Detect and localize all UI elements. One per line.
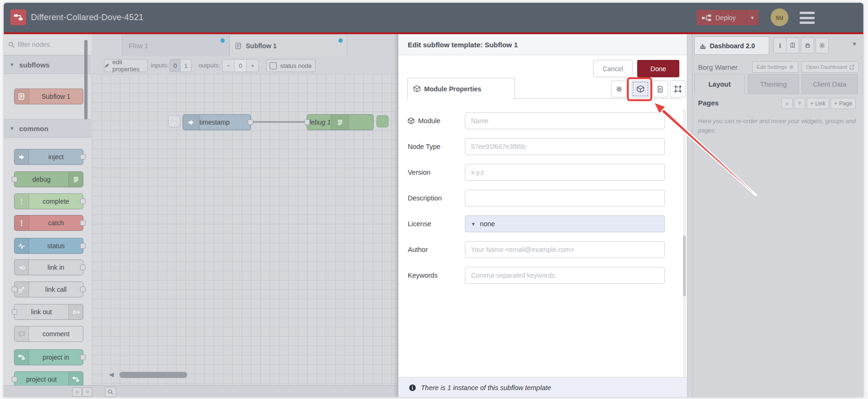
- outputs-plus-button[interactable]: +: [246, 59, 258, 72]
- tab-module-properties[interactable]: Module Properties: [407, 78, 515, 99]
- subflow-input-stub[interactable]: [168, 115, 180, 127]
- module-properties-tab-button[interactable]: [632, 81, 649, 97]
- node-input-port[interactable]: [12, 377, 17, 382]
- palette-node-debug[interactable]: debug: [14, 171, 83, 187]
- edit-properties-button[interactable]: edit properties: [104, 59, 148, 72]
- canvas-node-timestamp[interactable]: timestamp: [183, 114, 251, 130]
- description-tab-button[interactable]: [652, 81, 668, 97]
- node-output-port[interactable]: [80, 355, 86, 360]
- license-label: License: [408, 215, 431, 232]
- palette-filter[interactable]: filter nodes: [4, 34, 91, 55]
- done-button[interactable]: Done: [637, 60, 679, 77]
- edit-settings-button[interactable]: Edit Settings: [752, 61, 799, 73]
- palette-category-common[interactable]: ▼ common: [4, 119, 91, 138]
- outputs-stepper[interactable]: − 0 +: [222, 59, 259, 72]
- sidebar-config-tab-button[interactable]: [816, 37, 829, 53]
- add-link-button[interactable]: + Link: [807, 98, 829, 109]
- catch-icon: [15, 215, 29, 230]
- inputs-option-1[interactable]: 1: [180, 59, 191, 72]
- palette-node-comment[interactable]: comment: [14, 326, 83, 342]
- sidebar-help-tab-button[interactable]: [786, 37, 799, 53]
- node-output-port[interactable]: [248, 119, 253, 125]
- license-select[interactable]: ▼ none: [465, 215, 665, 232]
- node-input-port[interactable]: [12, 177, 17, 182]
- node-output-port[interactable]: [80, 243, 86, 249]
- tab-layout[interactable]: Layout: [694, 74, 745, 94]
- version-input[interactable]: [465, 164, 665, 181]
- add-page-button[interactable]: + Page: [831, 98, 856, 109]
- palette-node-project-in[interactable]: project in: [14, 349, 83, 365]
- palette-collapse-up-button[interactable]: [72, 387, 82, 397]
- author-input[interactable]: [465, 241, 665, 258]
- open-dashboard-button[interactable]: Open Dashboard: [802, 61, 859, 73]
- palette-collapse-down-button[interactable]: [82, 387, 92, 397]
- palette-node-catch[interactable]: catch: [14, 215, 83, 231]
- canvas-horizontal-scrollbar[interactable]: [119, 372, 187, 378]
- keywords-input[interactable]: [465, 267, 665, 284]
- chevron-double-up-icon: [75, 390, 80, 394]
- node-input-port[interactable]: [12, 287, 17, 292]
- move-down-button[interactable]: [794, 98, 805, 109]
- palette-node-link-call[interactable]: link call: [14, 281, 83, 297]
- appearance-tab-button[interactable]: [670, 81, 686, 97]
- node-type-row: Node Type: [398, 138, 687, 155]
- cube-icon: [413, 85, 420, 92]
- palette-node-complete[interactable]: complete: [14, 193, 83, 209]
- workspace-footer: [4, 385, 398, 397]
- subflow-properties-tab-button[interactable]: [611, 81, 627, 97]
- sidebar-debug-tab-button[interactable]: [801, 37, 814, 53]
- version-row: Version: [398, 164, 687, 181]
- inputs-toggle[interactable]: 0 1: [169, 59, 191, 72]
- node-type-label: Node Type: [408, 138, 441, 155]
- dialog-scrollbar[interactable]: [683, 109, 686, 397]
- node-output-port[interactable]: [80, 220, 86, 226]
- module-input[interactable]: [465, 112, 665, 129]
- palette-node-project-out[interactable]: project out: [14, 371, 83, 387]
- node-palette: filter nodes ▼ subflows Subflow 1 ▼ comm…: [4, 34, 92, 385]
- move-up-button[interactable]: [781, 98, 793, 109]
- deploy-button[interactable]: Deploy ▼: [697, 10, 758, 25]
- debug-enable-stub[interactable]: [376, 115, 389, 127]
- outputs-minus-button[interactable]: −: [222, 59, 234, 72]
- sidebar-info-tab-button[interactable]: i: [773, 37, 787, 53]
- inputs-option-0[interactable]: 0: [170, 59, 180, 72]
- flow-canvas[interactable]: timestamp debug 1 ◀: [92, 74, 398, 385]
- tab-flow-1[interactable]: Flow 1: [122, 35, 229, 56]
- inject-icon: [183, 115, 199, 130]
- deploy-caret-icon[interactable]: ▼: [746, 15, 758, 21]
- palette-scrollbar[interactable]: [84, 40, 88, 119]
- palette-node-link-in[interactable]: link in: [14, 259, 83, 275]
- main-menu-button[interactable]: [800, 12, 815, 24]
- palette-node-subflow-1[interactable]: Subflow 1: [14, 89, 83, 104]
- status-node-toggle[interactable]: status node: [266, 59, 316, 72]
- description-input[interactable]: [465, 190, 665, 207]
- tab-subflow-1[interactable]: Subflow 1: [229, 35, 347, 56]
- canvas-node-debug-1[interactable]: debug 1: [307, 114, 374, 130]
- node-output-port[interactable]: [80, 199, 86, 204]
- node-output-port[interactable]: [80, 287, 86, 292]
- node-type-input[interactable]: [465, 138, 665, 155]
- node-output-port[interactable]: [80, 265, 86, 270]
- tab-client-data[interactable]: Client Data: [802, 74, 858, 94]
- node-output-port[interactable]: [80, 154, 86, 160]
- node-input-port[interactable]: [304, 119, 310, 125]
- palette-node-inject[interactable]: inject: [14, 149, 83, 165]
- subflow-icon: [15, 89, 29, 104]
- palette-node-link-out[interactable]: link out: [14, 304, 83, 320]
- dialog-footer: There is 1 instance of this subflow temp…: [398, 377, 687, 397]
- sidebar-more-tabs-caret[interactable]: ▼: [852, 41, 857, 47]
- keywords-label: Keywords: [408, 267, 438, 284]
- tab-theming[interactable]: Theming: [748, 74, 799, 94]
- palette-category-subflows[interactable]: ▼ subflows: [4, 55, 91, 74]
- tab-dashboard-2[interactable]: Dashboard 2.0: [694, 37, 769, 55]
- cancel-button[interactable]: Cancel: [593, 60, 633, 77]
- canvas-zoom-search-button[interactable]: [105, 387, 116, 397]
- wire-timestamp-to-debug[interactable]: [252, 121, 308, 123]
- user-avatar[interactable]: su: [771, 8, 788, 26]
- chevron-double-down-icon: [797, 101, 802, 106]
- node-input-port[interactable]: [12, 309, 17, 315]
- pages-help-text: Here you can re-order and move your widg…: [698, 117, 856, 135]
- canvas-scroll-left-icon[interactable]: ◀: [109, 371, 114, 377]
- inputs-label: inputs:: [151, 59, 169, 71]
- palette-node-status[interactable]: status: [14, 238, 83, 254]
